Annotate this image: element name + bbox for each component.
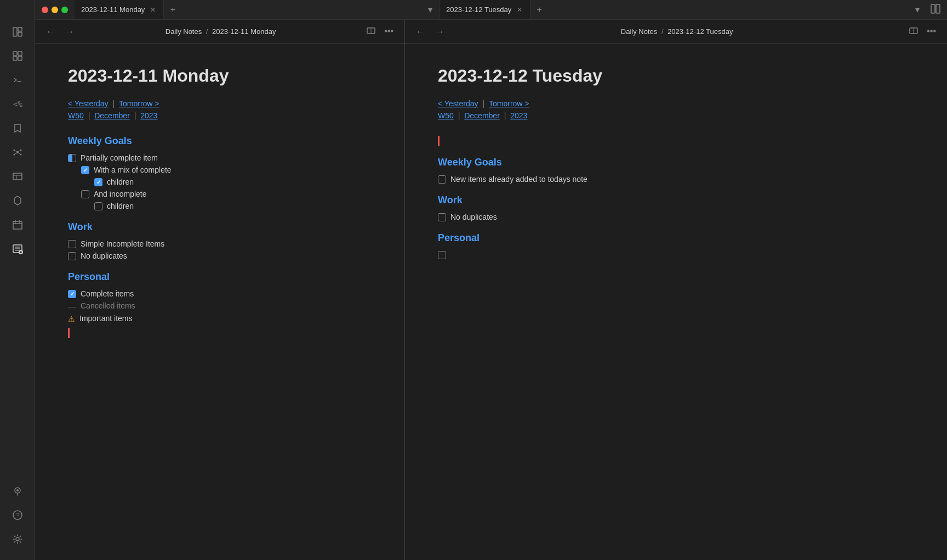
- left-cursor-area: [68, 328, 372, 338]
- traffic-light-yellow[interactable]: [52, 7, 58, 13]
- checklist-item-1: Partially complete item: [68, 153, 372, 162]
- top-bar-left: 2023-12-11 Monday ✕ + ▾: [35, 0, 440, 19]
- svg-rect-1: [18, 27, 22, 31]
- right-nav-sep2: |: [458, 111, 463, 120]
- right-checkbox-work-1[interactable]: [438, 213, 446, 221]
- item-personal-1-text: Complete items: [81, 289, 134, 298]
- sidebar-icon-list[interactable]: [8, 239, 27, 259]
- svg-text:?: ?: [16, 512, 19, 518]
- right-nav-sep1: |: [482, 99, 487, 108]
- traffic-light-red[interactable]: [42, 7, 48, 13]
- right-pane-more-icon[interactable]: •••: [925, 24, 938, 39]
- right-checklist-item-1: New items already added to todays note: [438, 175, 914, 184]
- right-section-weekly-goals: Weekly Goals: [438, 157, 914, 168]
- sidebar-icon-percent[interactable]: <%: [8, 94, 27, 114]
- left-nav-sep2: |: [88, 111, 93, 120]
- tab-left-close[interactable]: ✕: [149, 5, 157, 15]
- sidebar-icon-table[interactable]: [8, 167, 27, 186]
- right-nav-december[interactable]: December: [464, 111, 500, 120]
- left-nav-links-row1: < Yesterday | Tomorrow >: [68, 99, 372, 108]
- left-pane-more-icon[interactable]: •••: [382, 24, 396, 39]
- item-work-1-text: Simple Incomplete Items: [81, 239, 164, 248]
- checklist-item-personal-2: — Cancelled items: [68, 301, 372, 311]
- left-nav-links-row2: W50 | December | 2023: [68, 111, 372, 120]
- left-pane-actions: •••: [364, 24, 396, 39]
- tab-right-add[interactable]: +: [530, 0, 548, 19]
- right-section-work: Work: [438, 195, 914, 206]
- right-nav-tomorrow[interactable]: Tomorrow >: [489, 99, 529, 108]
- sidebar-icon-help[interactable]: ?: [8, 505, 27, 525]
- checkbox-work-2[interactable]: [68, 252, 76, 260]
- tab-right[interactable]: 2023-12-12 Tuesday ✕: [440, 0, 530, 19]
- right-nav-yesterday[interactable]: < Yesterday: [438, 99, 478, 108]
- right-cursor-area-top: [438, 135, 914, 146]
- sidebar: <%: [0, 0, 35, 560]
- right-pane-forward[interactable]: →: [433, 25, 447, 39]
- checkbox-checked-1[interactable]: [81, 166, 89, 174]
- right-checkbox-personal-1[interactable]: [438, 251, 446, 259]
- layout-toggle-icon[interactable]: [931, 4, 940, 16]
- tab-right-close[interactable]: ✕: [516, 5, 523, 15]
- checklist-item-1-2-1: children: [94, 202, 372, 210]
- item-1-1-1-text: children: [107, 178, 134, 186]
- tab-left[interactable]: 2023-12-11 Monday ✕: [75, 0, 164, 19]
- right-section-personal: Personal: [438, 232, 914, 244]
- checkbox-personal-1[interactable]: [68, 290, 76, 298]
- svg-rect-37: [936, 4, 940, 13]
- right-pane-content: 2023-12-12 Tuesday < Yesterday | Tomorro…: [405, 44, 947, 560]
- left-nav-december[interactable]: December: [94, 111, 130, 120]
- svg-rect-2: [18, 32, 22, 36]
- svg-rect-36: [931, 4, 935, 13]
- left-nav-w50[interactable]: W50: [68, 111, 84, 120]
- left-pane-content: 2023-12-11 Monday < Yesterday | Tomorrow…: [35, 44, 404, 560]
- right-cursor-top: [438, 136, 440, 146]
- checkbox-partial[interactable]: [68, 154, 76, 162]
- right-nav-links-row1: < Yesterday | Tomorrow >: [438, 99, 914, 108]
- tab-right-dropdown[interactable]: ▾: [909, 4, 926, 15]
- svg-rect-20: [13, 221, 22, 229]
- right-checkbox-1[interactable]: [438, 175, 446, 184]
- left-pane-back[interactable]: ←: [44, 25, 57, 39]
- item-personal-2-text: Cancelled items: [81, 301, 135, 310]
- left-pane-forward[interactable]: →: [64, 25, 77, 39]
- checkbox-empty-1[interactable]: [81, 190, 89, 198]
- right-pane-reader-icon[interactable]: [907, 24, 920, 39]
- sidebar-icon-settings[interactable]: [8, 529, 27, 549]
- checklist-item-personal-3: ⚠ Important items: [68, 314, 372, 323]
- checklist-item-work-1: Simple Incomplete Items: [68, 239, 372, 248]
- svg-rect-6: [18, 56, 22, 60]
- left-nav-tomorrow[interactable]: Tomorrow >: [119, 99, 159, 108]
- right-pane-back[interactable]: ←: [414, 25, 427, 39]
- sidebar-icon-dashboard[interactable]: [8, 46, 27, 66]
- checklist-item-1-2: And incomplete: [81, 190, 372, 198]
- left-pane-reader-icon[interactable]: [364, 24, 378, 39]
- sidebar-icon-calendar[interactable]: [8, 215, 27, 235]
- right-nav-2023[interactable]: 2023: [510, 111, 527, 120]
- sidebar-icon-layout[interactable]: [8, 22, 27, 42]
- right-breadcrumb-sep: /: [661, 27, 665, 36]
- sidebar-icon-plugin[interactable]: [8, 191, 27, 210]
- svg-point-35: [16, 538, 19, 541]
- right-note-title: 2023-12-12 Tuesday: [438, 66, 914, 86]
- svg-rect-17: [13, 173, 22, 180]
- cancelled-dash: —: [68, 302, 76, 311]
- tab-left-add[interactable]: +: [164, 0, 181, 19]
- tab-left-dropdown[interactable]: ▾: [421, 0, 439, 19]
- sidebar-icon-graph[interactable]: [8, 142, 27, 162]
- left-nav-yesterday[interactable]: < Yesterday: [68, 99, 109, 108]
- checkbox-empty-2[interactable]: [94, 202, 102, 210]
- svg-line-15: [14, 152, 18, 155]
- top-bar-right: 2023-12-12 Tuesday ✕ + ▾: [440, 0, 947, 19]
- checklist-item-personal-1: Complete items: [68, 289, 372, 298]
- sidebar-icon-terminal[interactable]: [8, 70, 27, 90]
- left-nav-2023[interactable]: 2023: [140, 111, 157, 120]
- checklist-item-1-1: With a mix of complete: [81, 165, 372, 174]
- right-item-work-1-text: No duplicates: [450, 213, 497, 221]
- right-nav-w50[interactable]: W50: [438, 111, 454, 120]
- sidebar-icon-bookmark[interactable]: [8, 118, 27, 138]
- checkbox-checked-2[interactable]: [94, 178, 102, 186]
- left-pane-header: ← → Daily Notes / 2023-12-11 Monday •••: [35, 20, 404, 44]
- sidebar-icon-pin[interactable]: [8, 481, 27, 501]
- traffic-light-green[interactable]: [61, 7, 68, 13]
- checkbox-work-1[interactable]: [68, 240, 76, 248]
